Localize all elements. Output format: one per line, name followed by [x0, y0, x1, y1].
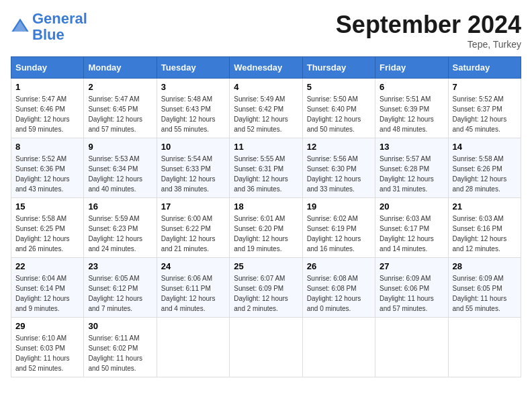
col-header-monday: Monday	[84, 57, 157, 79]
day-number: 29	[15, 321, 79, 331]
day-number: 18	[234, 201, 298, 212]
col-header-tuesday: Tuesday	[157, 57, 229, 79]
calendar-cell: 24 Sunrise: 6:06 AM Sunset: 6:11 PM Dayl…	[157, 258, 229, 318]
day-number: 3	[161, 82, 225, 92]
day-info: Sunrise: 5:55 AM Sunset: 6:31 PM Dayligh…	[234, 154, 298, 194]
day-info: Sunrise: 5:54 AM Sunset: 6:33 PM Dayligh…	[161, 154, 225, 194]
day-number: 8	[15, 142, 79, 152]
day-info: Sunrise: 5:52 AM Sunset: 6:36 PM Dayligh…	[15, 154, 79, 194]
day-info: Sunrise: 6:02 AM Sunset: 6:19 PM Dayligh…	[307, 214, 371, 254]
calendar-cell: 11 Sunrise: 5:55 AM Sunset: 6:31 PM Dayl…	[230, 138, 302, 198]
day-number: 20	[380, 201, 443, 212]
day-number: 28	[453, 261, 517, 271]
day-number: 5	[307, 82, 371, 92]
calendar-cell: 25 Sunrise: 6:07 AM Sunset: 6:09 PM Dayl…	[230, 258, 302, 318]
day-info: Sunrise: 5:51 AM Sunset: 6:39 PM Dayligh…	[380, 94, 443, 134]
calendar-cell: 6 Sunrise: 5:51 AM Sunset: 6:39 PM Dayli…	[375, 79, 448, 138]
calendar-cell: 22 Sunrise: 6:04 AM Sunset: 6:14 PM Dayl…	[11, 258, 84, 318]
calendar-cell: 7 Sunrise: 5:52 AM Sunset: 6:37 PM Dayli…	[448, 79, 521, 138]
calendar-cell: 19 Sunrise: 6:02 AM Sunset: 6:19 PM Dayl…	[302, 198, 375, 258]
month-title: September 2024	[336, 11, 521, 39]
day-info: Sunrise: 6:05 AM Sunset: 6:12 PM Dayligh…	[88, 273, 152, 314]
day-number: 30	[88, 321, 152, 331]
calendar-cell: 5 Sunrise: 5:50 AM Sunset: 6:40 PM Dayli…	[302, 79, 375, 138]
day-number: 21	[453, 201, 517, 212]
day-number: 22	[15, 261, 79, 271]
col-header-saturday: Saturday	[448, 57, 521, 79]
day-info: Sunrise: 5:47 AM Sunset: 6:45 PM Dayligh…	[88, 94, 152, 134]
calendar-cell: 15 Sunrise: 5:58 AM Sunset: 6:25 PM Dayl…	[11, 198, 84, 258]
calendar-cell: 8 Sunrise: 5:52 AM Sunset: 6:36 PM Dayli…	[11, 138, 84, 198]
calendar-cell: 28 Sunrise: 6:09 AM Sunset: 6:05 PM Dayl…	[448, 258, 521, 318]
day-info: Sunrise: 5:58 AM Sunset: 6:26 PM Dayligh…	[453, 154, 517, 194]
day-info: Sunrise: 6:10 AM Sunset: 6:03 PM Dayligh…	[15, 333, 79, 373]
day-number: 7	[453, 82, 517, 92]
day-info: Sunrise: 6:03 AM Sunset: 6:17 PM Dayligh…	[380, 214, 443, 254]
calendar-cell: 16 Sunrise: 5:59 AM Sunset: 6:23 PM Dayl…	[84, 198, 157, 258]
calendar-cell: 1 Sunrise: 5:47 AM Sunset: 6:46 PM Dayli…	[11, 79, 84, 138]
day-info: Sunrise: 5:57 AM Sunset: 6:28 PM Dayligh…	[380, 154, 443, 194]
calendar-cell: 13 Sunrise: 5:57 AM Sunset: 6:28 PM Dayl…	[375, 138, 448, 198]
day-info: Sunrise: 6:07 AM Sunset: 6:09 PM Dayligh…	[234, 273, 298, 314]
calendar-cell: 21 Sunrise: 6:03 AM Sunset: 6:16 PM Dayl…	[448, 198, 521, 258]
calendar-cell: 2 Sunrise: 5:47 AM Sunset: 6:45 PM Dayli…	[84, 79, 157, 138]
day-info: Sunrise: 5:50 AM Sunset: 6:40 PM Dayligh…	[307, 94, 371, 134]
col-header-friday: Friday	[375, 57, 448, 79]
day-number: 25	[234, 261, 298, 271]
day-info: Sunrise: 5:47 AM Sunset: 6:46 PM Dayligh…	[15, 94, 79, 134]
calendar-cell: 26 Sunrise: 6:08 AM Sunset: 6:08 PM Dayl…	[302, 258, 375, 318]
calendar-cell: 23 Sunrise: 6:05 AM Sunset: 6:12 PM Dayl…	[84, 258, 157, 318]
day-number: 11	[234, 142, 298, 152]
calendar-cell	[230, 318, 302, 377]
calendar-cell	[302, 318, 375, 377]
page-header: GeneralBlue September 2024 Tepe, Turkey	[11, 11, 521, 50]
day-number: 9	[88, 142, 152, 152]
day-number: 12	[307, 142, 371, 152]
day-number: 16	[88, 201, 152, 212]
calendar-cell: 29 Sunrise: 6:10 AM Sunset: 6:03 PM Dayl…	[11, 318, 84, 377]
day-info: Sunrise: 5:49 AM Sunset: 6:42 PM Dayligh…	[234, 94, 298, 134]
day-number: 4	[234, 82, 298, 92]
day-number: 14	[453, 142, 517, 152]
calendar-cell	[448, 318, 521, 377]
calendar-cell: 3 Sunrise: 5:48 AM Sunset: 6:43 PM Dayli…	[157, 79, 229, 138]
calendar-cell: 17 Sunrise: 6:00 AM Sunset: 6:22 PM Dayl…	[157, 198, 229, 258]
location: Tepe, Turkey	[336, 39, 521, 50]
calendar-cell: 4 Sunrise: 5:49 AM Sunset: 6:42 PM Dayli…	[230, 79, 302, 138]
day-info: Sunrise: 5:53 AM Sunset: 6:34 PM Dayligh…	[88, 154, 152, 194]
logo-icon	[11, 17, 30, 36]
col-header-thursday: Thursday	[302, 57, 375, 79]
day-info: Sunrise: 6:11 AM Sunset: 6:02 PM Dayligh…	[88, 333, 152, 373]
day-info: Sunrise: 6:00 AM Sunset: 6:22 PM Dayligh…	[161, 214, 225, 254]
day-info: Sunrise: 6:08 AM Sunset: 6:08 PM Dayligh…	[307, 273, 371, 314]
calendar-table: SundayMondayTuesdayWednesdayThursdayFrid…	[11, 56, 521, 377]
calendar-cell: 14 Sunrise: 5:58 AM Sunset: 6:26 PM Dayl…	[448, 138, 521, 198]
calendar-cell: 9 Sunrise: 5:53 AM Sunset: 6:34 PM Dayli…	[84, 138, 157, 198]
title-area: September 2024 Tepe, Turkey	[336, 11, 521, 50]
day-info: Sunrise: 5:59 AM Sunset: 6:23 PM Dayligh…	[88, 214, 152, 254]
day-info: Sunrise: 6:01 AM Sunset: 6:20 PM Dayligh…	[234, 214, 298, 254]
day-number: 1	[15, 82, 79, 92]
day-number: 2	[88, 82, 152, 92]
day-info: Sunrise: 6:09 AM Sunset: 6:06 PM Dayligh…	[380, 273, 443, 314]
day-number: 10	[161, 142, 225, 152]
calendar-cell	[375, 318, 448, 377]
col-header-wednesday: Wednesday	[230, 57, 302, 79]
day-info: Sunrise: 5:58 AM Sunset: 6:25 PM Dayligh…	[15, 214, 79, 254]
calendar-cell: 18 Sunrise: 6:01 AM Sunset: 6:20 PM Dayl…	[230, 198, 302, 258]
calendar-cell: 12 Sunrise: 5:56 AM Sunset: 6:30 PM Dayl…	[302, 138, 375, 198]
day-info: Sunrise: 6:03 AM Sunset: 6:16 PM Dayligh…	[453, 214, 517, 254]
calendar-cell: 30 Sunrise: 6:11 AM Sunset: 6:02 PM Dayl…	[84, 318, 157, 377]
day-number: 6	[380, 82, 443, 92]
day-number: 23	[88, 261, 152, 271]
col-header-sunday: Sunday	[11, 57, 84, 79]
day-number: 19	[307, 201, 371, 212]
day-number: 15	[15, 201, 79, 212]
day-info: Sunrise: 6:04 AM Sunset: 6:14 PM Dayligh…	[15, 273, 79, 314]
calendar-cell: 20 Sunrise: 6:03 AM Sunset: 6:17 PM Dayl…	[375, 198, 448, 258]
day-number: 13	[380, 142, 443, 152]
logo-text: GeneralBlue	[32, 11, 87, 43]
day-number: 26	[307, 261, 371, 271]
calendar-cell	[157, 318, 229, 377]
day-number: 17	[161, 201, 225, 212]
